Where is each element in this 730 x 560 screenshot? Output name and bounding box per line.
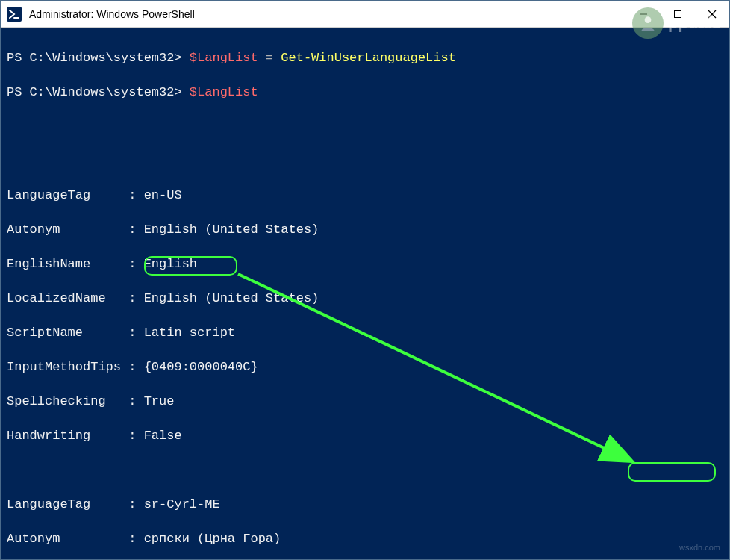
terminal-line xyxy=(7,461,723,479)
terminal-line xyxy=(7,118,723,135)
output-row: Spellchecking : True xyxy=(7,393,723,410)
output-row: Autonym : English (United States) xyxy=(7,221,723,238)
terminal-line: PS C:\Windows\system32> $LangList xyxy=(7,84,723,101)
terminal-area[interactable]: PS C:\Windows\system32> $LangList = Get-… xyxy=(1,28,729,559)
output-row: InputMethodTips : {0409:0000040C} xyxy=(7,358,723,376)
minimize-button[interactable] xyxy=(626,1,661,27)
output-row: ScriptName : Latin script xyxy=(7,324,723,341)
window-controls xyxy=(626,1,729,27)
powershell-icon xyxy=(7,7,22,22)
svg-rect-1 xyxy=(675,10,681,17)
output-row: Autonym : српски (Црна Гора) xyxy=(7,530,723,547)
window-title: Administrator: Windows PowerShell xyxy=(29,8,626,20)
terminal-line: PS C:\Windows\system32> $LangList = Get-… xyxy=(7,49,723,66)
output-row: LanguageTag : en-US xyxy=(7,187,723,204)
caption-text: wsxdn.com xyxy=(679,539,720,556)
output-row: LocalizedName : English (United States) xyxy=(7,290,723,307)
powershell-window: Administrator: Windows PowerShell PS C:\… xyxy=(0,0,730,560)
maximize-button[interactable] xyxy=(661,1,695,27)
terminal-line xyxy=(7,152,723,169)
close-button[interactable] xyxy=(695,1,729,27)
output-row: LanguageTag : sr-Cyrl-ME xyxy=(7,496,723,513)
output-row: EnglishName : English xyxy=(7,255,723,273)
output-row: Handwriting : False xyxy=(7,427,723,444)
titlebar[interactable]: Administrator: Windows PowerShell xyxy=(1,1,729,28)
